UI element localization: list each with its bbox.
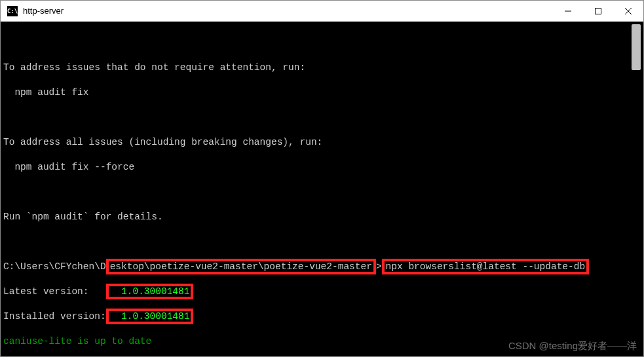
output-line: To address all issues (including breakin… xyxy=(3,136,643,149)
prompt-gt: > xyxy=(376,261,382,272)
prompt-prefix: C:\Users\CFYchen\D xyxy=(3,261,106,272)
maximize-button[interactable] xyxy=(583,1,613,22)
close-button[interactable] xyxy=(613,1,643,22)
minimize-button[interactable] xyxy=(553,1,583,22)
highlight-box: 1.0.30001481 xyxy=(106,284,194,299)
prompt-line: C:\Users\CFYchen\Desktop\poetize-vue2-ma… xyxy=(3,261,643,273)
prompt-path: esktop\poetize-vue2-master\poetize-vue2-… xyxy=(110,261,372,272)
command-text: npx browserslist@latest --update-db xyxy=(386,261,586,272)
minimize-icon xyxy=(565,8,571,14)
highlight-box: npx browserslist@latest --update-db xyxy=(382,259,590,274)
output-line: npm audit fix xyxy=(3,86,643,99)
terminal-content: To address issues that do not require at… xyxy=(3,24,643,356)
output-line: npm audit fix --force xyxy=(3,161,643,174)
output-line xyxy=(3,111,643,124)
maximize-icon xyxy=(595,8,601,14)
label-text: Latest version: xyxy=(3,286,106,297)
scrollbar-thumb[interactable] xyxy=(632,24,641,70)
highlight-box: 1.0.30001481 xyxy=(106,309,194,324)
titlebar[interactable]: C:\ http-server xyxy=(1,1,643,22)
svg-rect-1 xyxy=(596,8,601,14)
terminal[interactable]: To address issues that do not require at… xyxy=(1,22,643,356)
output-line: Installed version: 1.0.30001481 xyxy=(3,310,643,323)
version-value: 1.0.30001481 xyxy=(110,286,190,297)
highlight-box: esktop\poetize-vue2-master\poetize-vue2-… xyxy=(106,259,376,274)
output-line xyxy=(3,37,643,49)
output-line xyxy=(3,236,643,248)
output-line xyxy=(3,186,643,198)
output-line: caniuse-lite is up to date xyxy=(3,335,643,348)
cmd-icon: C:\ xyxy=(7,6,18,16)
version-value: 1.0.30001481 xyxy=(110,311,190,322)
close-icon xyxy=(625,8,632,14)
window-frame: C:\ http-server To address issues that d… xyxy=(0,0,644,357)
label-text: Installed version: xyxy=(3,311,106,322)
output-line: To address issues that do not require at… xyxy=(3,62,643,74)
window-title: http-server xyxy=(23,6,553,16)
output-line: Latest version: 1.0.30001481 xyxy=(3,286,643,298)
output-line: Run `npm audit` for details. xyxy=(3,211,643,223)
